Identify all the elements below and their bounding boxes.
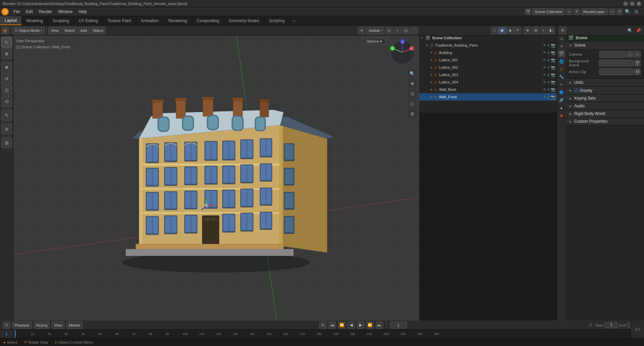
playback-menu[interactable]: Playback	[12, 322, 32, 329]
lat002-eye-icon[interactable]: 👁	[543, 65, 546, 70]
play-reverse-button[interactable]: ◀	[347, 322, 355, 329]
menu-render[interactable]: Render	[36, 9, 55, 15]
properties-type-icon[interactable]: ⚙	[559, 27, 567, 34]
timeline-view-menu[interactable]: View	[52, 322, 64, 329]
scene-add-icon[interactable]: +	[566, 9, 572, 15]
maximize-button[interactable]: □	[630, 1, 635, 6]
render-region-button[interactable]: ⊞	[408, 109, 417, 118]
start-frame-input[interactable]: 1	[604, 322, 618, 328]
wallfront-eye-icon[interactable]: 👁	[543, 95, 546, 99]
active-clip-input[interactable]	[599, 68, 633, 75]
proportional-edit[interactable]: ◎	[402, 27, 410, 34]
timeline-type-icon[interactable]: ⏱	[3, 322, 10, 329]
units-section-title[interactable]: ► Units	[566, 79, 644, 86]
outliner-select-icon[interactable]: ⊕	[547, 43, 550, 48]
props-objectdata-icon[interactable]: ▲	[558, 104, 565, 111]
lat004-eye-icon[interactable]: 👁	[543, 80, 546, 84]
measure-tool-button[interactable]: ⊘	[1, 124, 12, 134]
blender-logo[interactable]: ⬡	[1, 8, 9, 15]
active-clip-btn[interactable]: 🎞	[634, 68, 641, 75]
building-eye-icon[interactable]: 👁	[543, 51, 546, 55]
lat004-select-icon[interactable]: ⊕	[547, 80, 550, 84]
snap-options[interactable]: ▾	[394, 27, 401, 34]
navigation-gizmo[interactable]: X Y Z	[389, 39, 416, 66]
building-render-icon[interactable]: 📷	[551, 51, 555, 55]
timeline-ruler[interactable]: 1 1 10 20 30 40 50 60 70 80 90 100 110 1…	[0, 330, 644, 338]
wallback-render-icon[interactable]: 📷	[551, 88, 555, 92]
lat003-render-icon[interactable]: 📷	[551, 73, 555, 77]
rendered-shading-btn[interactable]: ☀	[514, 27, 521, 34]
tab-sculpting[interactable]: Sculpting	[48, 16, 74, 25]
scene-selector[interactable]: Scene Collection	[532, 8, 565, 15]
editor-type-button[interactable]: ⊞	[1, 27, 9, 34]
play-button[interactable]: ▶	[357, 322, 364, 329]
add-primitive-button[interactable]: ⊞	[1, 137, 12, 148]
step-back-button[interactable]: ⏪	[338, 322, 345, 329]
tab-modeling[interactable]: Modeling	[22, 16, 48, 25]
view-menu[interactable]: View	[48, 27, 61, 34]
outliner-item-lattice001[interactable]: ► ▷ Lattice_001 👁 ⊕ 📷	[419, 56, 557, 64]
camera-link[interactable]: ⎋	[634, 51, 641, 58]
camera-view-button[interactable]: 🎥	[408, 99, 417, 108]
outliner-item-lattice003[interactable]: ► ▷ Lattice_003 👁 ⊕ 📷	[419, 71, 557, 78]
lat001-render-icon[interactable]: 📷	[551, 58, 555, 62]
wireframe-shading-btn[interactable]: ⬡	[491, 27, 498, 34]
tab-uv-editing[interactable]: UV Editing	[74, 16, 103, 25]
lat003-eye-icon[interactable]: 👁	[543, 73, 546, 77]
add-menu[interactable]: Add	[78, 27, 90, 34]
lat002-render-icon[interactable]: 📷	[551, 65, 555, 70]
scale-tool-button[interactable]: ⊡	[1, 85, 12, 96]
outliner-render-icon[interactable]: 📷	[551, 43, 555, 48]
tab-rendering[interactable]: Rendering	[164, 16, 192, 25]
outliner-item-wallfront[interactable]: ► ▷ Wall_Front 👁 ⊕ 📷	[419, 93, 557, 101]
props-particles-icon[interactable]: ✦	[558, 81, 565, 88]
render-layer-delete[interactable]: ✕	[616, 9, 623, 15]
marker-menu[interactable]: Marker	[66, 322, 83, 329]
lat002-select-icon[interactable]: ⊕	[547, 65, 550, 70]
props-constraint-icon[interactable]: 🔗	[558, 96, 565, 104]
props-world-icon[interactable]: 🌐	[558, 58, 565, 65]
object-menu[interactable]: Object	[90, 27, 106, 34]
props-search-btn[interactable]: 🔍	[626, 27, 634, 34]
3d-viewport[interactable]: User Perspective (1) Scene Collection | …	[13, 36, 419, 329]
pivot-icon[interactable]: ⊕	[358, 27, 365, 34]
gizmo-toggle[interactable]: ⊕	[524, 27, 531, 34]
wallfront-select-icon[interactable]: ⊕	[547, 95, 550, 99]
add-workspace-button[interactable]: +	[290, 16, 299, 25]
lat004-render-icon[interactable]: 📷	[551, 80, 555, 84]
keying-sets-title[interactable]: ► Keying Sets	[566, 95, 644, 102]
props-pin-btn[interactable]: 📌	[635, 27, 642, 34]
overlay-dropdown[interactable]: ▾	[540, 27, 546, 34]
menu-file[interactable]: File	[11, 9, 22, 15]
step-forward-button[interactable]: ⏩	[366, 322, 374, 329]
outliner-item-lattice002[interactable]: ► ▷ Lattice_002 👁 ⊕ 📷	[419, 64, 557, 71]
falloff-type[interactable]: ⌒	[411, 27, 418, 34]
loop-button[interactable]: ↻	[319, 322, 327, 329]
menu-help[interactable]: Help	[76, 9, 90, 15]
props-scene-icon[interactable]: 🎬	[558, 50, 565, 57]
move-tool-button[interactable]: ✥	[1, 62, 12, 73]
menu-window[interactable]: Window	[55, 9, 75, 15]
tab-scripting[interactable]: Scripting	[264, 16, 290, 25]
outliner-eye-icon[interactable]: 👁	[543, 43, 546, 48]
annotate-tool-button[interactable]: ✎	[1, 110, 12, 121]
zoom-in-button[interactable]: 🔍	[408, 69, 417, 78]
camera-eyedropper[interactable]: 🎥	[627, 51, 633, 58]
scene-delete-icon[interactable]: ✕	[574, 9, 580, 15]
render-layer-add[interactable]: +	[609, 9, 615, 15]
snap-button[interactable]: ⊙	[385, 27, 393, 34]
audio-section-title[interactable]: ► Audio	[566, 102, 644, 110]
background-scene-btn[interactable]: 🎬	[634, 60, 641, 66]
props-viewlayer-icon[interactable]: ⊞	[558, 42, 565, 50]
transform-tool-button[interactable]: ⟲	[1, 96, 12, 107]
lat001-eye-icon[interactable]: 👁	[543, 58, 546, 62]
solid-shading-btn[interactable]: ◉	[498, 27, 506, 34]
gravity-section-title[interactable]: ► ☑ Gravity	[566, 86, 644, 94]
background-scene-input[interactable]	[599, 60, 633, 66]
keying-menu[interactable]: Keying	[34, 322, 50, 329]
gravity-checkbox-icon[interactable]: ☑	[574, 88, 578, 93]
camera-input[interactable]	[599, 51, 626, 58]
viewport-options-button[interactable]: Options ▾	[363, 38, 386, 45]
pan-button[interactable]: ✥	[408, 79, 417, 88]
jump-end-button[interactable]: ⏭	[376, 322, 383, 329]
